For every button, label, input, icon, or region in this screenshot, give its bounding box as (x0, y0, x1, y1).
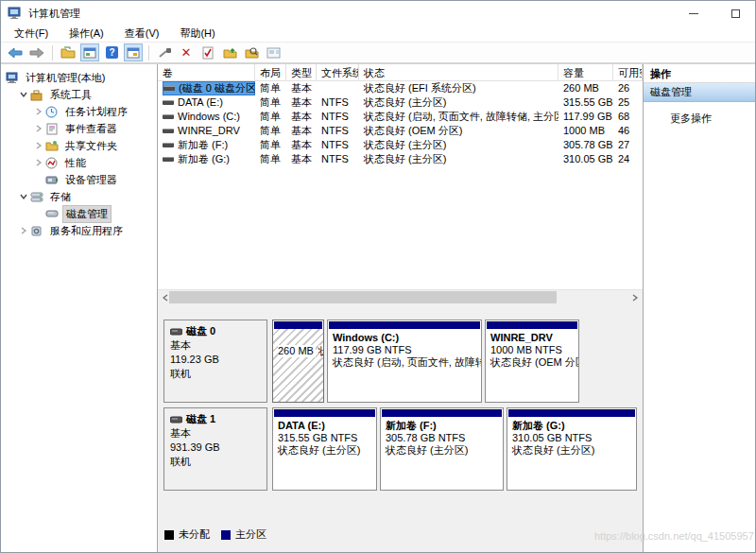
chevron-closed-icon[interactable] (33, 141, 44, 150)
tree-item-computer-management[interactable]: 计算机管理(本地) (1, 69, 157, 86)
volume-filesystem: NTFS (317, 124, 359, 138)
chevron-closed-icon[interactable] (33, 124, 44, 133)
tree-item-disk-management[interactable]: 磁盘管理 (1, 205, 157, 222)
help-icon: ? (106, 46, 118, 59)
chevron-open-icon[interactable] (18, 90, 29, 99)
disk-0-row: 磁盘 0 基本 119.23 GB 联机 260 MB 状态良好 (EFI 系统… (163, 320, 579, 403)
menu-file[interactable]: 文件(F) (9, 26, 54, 41)
minimize-button[interactable] (678, 1, 710, 26)
scrollbar-thumb[interactable] (169, 291, 557, 303)
volume-type: 基本 (286, 138, 317, 152)
volume-name-cell[interactable]: 新加卷 (G:) (163, 152, 255, 166)
volume-status: 状态良好 (OEM 分区) (359, 124, 558, 138)
disk-1-label[interactable]: 磁盘 1 基本 931.39 GB 联机 (163, 407, 267, 491)
volume-layout: 简单 (255, 95, 286, 110)
tree-item-task-scheduler[interactable]: 任务计划程序 (1, 103, 157, 120)
actions-pane: 操作 磁盘管理 更多操作 (644, 64, 755, 552)
storage-icon (29, 190, 43, 203)
volume-name-cell[interactable]: Windows (C:) (163, 110, 255, 124)
tree-item-device-manager[interactable]: 设备管理器 (1, 171, 157, 188)
console-tree-toggle[interactable] (80, 43, 99, 61)
volume-row-efi[interactable]: (磁盘 0 磁盘分区 1) 简单 基本 状态良好 (EFI 系统分区) 260 … (158, 81, 643, 95)
disk-0-partitions: 260 MB 状态良好 (EFI 系统分区) Windows (C:) 117.… (269, 320, 579, 403)
column-header-volume[interactable]: 卷 (158, 64, 255, 81)
volume-free-space: 68 (613, 110, 643, 124)
partition-new-f[interactable]: 新加卷 (F:) 305.78 GB NTFS 状态良好 (主分区) (380, 407, 504, 491)
open-folder-button[interactable] (59, 43, 77, 61)
tree-item-performance[interactable]: 性能 (1, 154, 157, 171)
services-icon (29, 224, 43, 237)
partition-new-g[interactable]: 新加卷 (G:) 310.05 GB NTFS 状态良好 (主分区) (507, 407, 637, 491)
volume-capacity: 117.99 GB (558, 110, 613, 124)
tree-item-system-tools[interactable]: 系统工具 (1, 86, 157, 103)
partition-name: 新加卷 (G:) (512, 420, 631, 432)
form-button[interactable] (264, 43, 283, 61)
disk-management-icon (44, 207, 59, 220)
tree-item-label: 任务计划程序 (62, 104, 130, 120)
horizontal-scrollbar[interactable] (158, 289, 643, 304)
legend: 未分配 主分区 (164, 527, 266, 542)
partition-size: 1000 MB NTFS (490, 344, 574, 356)
volume-name-cell[interactable]: WINRE_DRV (163, 124, 255, 138)
volume-icon (163, 157, 174, 162)
action-pane-toggle[interactable] (124, 43, 143, 61)
volume-icon (163, 129, 174, 133)
tree-item-services-applications[interactable]: 服务和应用程序 (1, 222, 157, 239)
chevron-closed-icon[interactable] (18, 226, 29, 235)
volume-type: 基本 (286, 95, 317, 110)
volume-free-space: 27 (613, 138, 643, 152)
partition-color-bar (273, 408, 376, 417)
volume-row-data-e[interactable]: DATA (E:) 简单 基本 NTFS 状态良好 (主分区) 315.55 G… (158, 95, 643, 110)
extend-volume-button[interactable] (220, 43, 239, 61)
shared-folders-icon (44, 139, 59, 152)
tree-item-event-viewer[interactable]: 事件查看器 (1, 120, 157, 137)
volume-status: 状态良好 (主分区) (359, 95, 558, 110)
maximize-button[interactable] (719, 1, 751, 26)
volume-row-new-f[interactable]: 新加卷 (F:) 简单 基本 NTFS 状态良好 (主分区) 305.78 GB… (158, 138, 643, 152)
volume-name: DATA (E:) (178, 95, 223, 110)
folder-icon (60, 46, 76, 59)
volume-status: 状态良好 (启动, 页面文件, 故障转储, 主分区) (359, 110, 558, 124)
tool-button[interactable] (155, 43, 174, 61)
tree-item-shared-folders[interactable]: 共享文件夹 (1, 137, 157, 154)
console-window-icon (83, 47, 96, 59)
partition-data-e[interactable]: DATA (E:) 315.55 GB NTFS 状态良好 (主分区) (272, 407, 377, 491)
partition-winre-drv[interactable]: WINRE_DRV 1000 MB NTFS 状态良好 (OEM 分区) (485, 320, 579, 403)
column-header-status[interactable]: 状态 (359, 64, 558, 81)
volume-row-windows-c[interactable]: Windows (C:) 简单 基本 NTFS 状态良好 (启动, 页面文件, … (158, 110, 643, 124)
back-button[interactable] (6, 43, 25, 61)
forward-button[interactable] (27, 43, 46, 61)
volume-name-cell[interactable]: 新加卷 (F:) (163, 138, 255, 152)
volume-row-winre-drv[interactable]: WINRE_DRV 简单 基本 NTFS 状态良好 (OEM 分区) 1000 … (158, 124, 643, 138)
actions-group-disk-management[interactable]: 磁盘管理 (644, 83, 755, 102)
column-header-filesystem[interactable]: 文件系统 (317, 64, 359, 81)
disk-status: 联机 (170, 455, 261, 469)
title-bar: 计算机管理 (1, 1, 755, 26)
menu-help[interactable]: 帮助(H) (174, 26, 220, 41)
column-header-layout[interactable]: 布局 (255, 64, 286, 81)
explore-button[interactable] (242, 43, 261, 61)
chevron-closed-icon[interactable] (33, 158, 44, 167)
chevron-open-icon[interactable] (18, 192, 29, 201)
column-header-free-space[interactable]: 可用空间 (613, 64, 643, 81)
partition-efi[interactable]: 260 MB 状态良好 (EFI 系统分区) (272, 320, 324, 403)
volume-name-cell[interactable]: DATA (E:) (163, 95, 255, 110)
properties-button[interactable] (198, 43, 217, 61)
scroll-right-arrow-icon[interactable] (627, 290, 643, 305)
menu-action[interactable]: 操作(A) (63, 26, 110, 41)
volume-icon (163, 86, 175, 91)
volume-name-cell[interactable]: (磁盘 0 磁盘分区 1) (163, 81, 255, 95)
chevron-closed-icon[interactable] (33, 107, 44, 116)
delete-x-icon: ✕ (181, 46, 192, 59)
column-header-type[interactable]: 类型 (286, 64, 317, 81)
partition-windows-c[interactable]: Windows (C:) 117.99 GB NTFS 状态良好 (启动, 页面… (327, 320, 482, 403)
menu-view[interactable]: 查看(V) (119, 26, 165, 41)
disk-0-label[interactable]: 磁盘 0 基本 119.23 GB 联机 (163, 320, 267, 403)
tree-item-storage[interactable]: 存储 (1, 188, 157, 205)
volume-type: 基本 (286, 124, 317, 138)
column-header-capacity[interactable]: 容量 (558, 64, 613, 81)
delete-volume-button[interactable]: ✕ (177, 43, 196, 61)
more-actions-button[interactable]: 更多操作 (644, 112, 755, 126)
help-button[interactable]: ? (102, 43, 121, 61)
volume-row-new-g[interactable]: 新加卷 (G:) 简单 基本 NTFS 状态良好 (主分区) 310.05 GB… (158, 152, 643, 166)
